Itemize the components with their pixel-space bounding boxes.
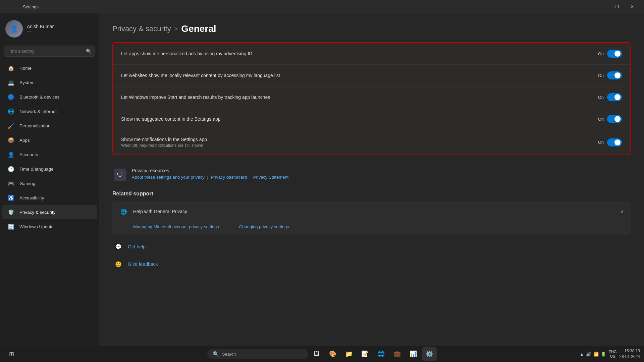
sidebar-item-system[interactable]: 💻 System [2,75,97,89]
privacy-link-3[interactable]: Privacy Statement [253,175,289,180]
give-feedback-row: 😊 Give feedback [112,255,631,273]
update-icon: 🔄 [7,223,15,230]
taskbar-app-note[interactable]: 📝 [358,347,372,361]
chevron-up-icon: ∧ [621,209,624,214]
sidebar-item-bluetooth[interactable]: 🔵 Bluetooth & devices [2,90,97,104]
setting-toggle-websites[interactable] [607,71,622,79]
user-profile[interactable]: 👤 Anish Kumar ····· [0,13,99,43]
user-info: Anish Kumar ····· [27,24,54,34]
personalization-label: Personalization [19,123,50,128]
maximize-button[interactable]: ❐ [609,0,625,13]
breadcrumb-parent[interactable]: Privacy & security [112,24,171,33]
search-input[interactable] [4,46,95,57]
privacy-info: Privacy resources About these settings a… [132,168,288,180]
sidebar-item-apps[interactable]: 📦 Apps [2,133,97,147]
bluetooth-label: Bluetooth & devices [19,95,59,100]
language-area[interactable]: ENGUS [609,349,617,359]
network-label: Network & internet [19,109,57,114]
taskbar-app-word[interactable]: 💼 [390,347,405,361]
give-feedback-link[interactable]: Give feedback [128,261,158,267]
user-subtitle: ····· [27,29,54,34]
support-card: 🌐 Help with General Privacy ∧ Managing M… [112,201,631,235]
support-header-left: 🌐 Help with General Privacy [119,207,187,216]
setting-label-notifications: Show me notifications in the Settings ap… [121,137,598,142]
privacy-icon: 🛡️ [7,208,15,216]
close-button[interactable]: ✕ [625,0,640,13]
time-label: Time & language [19,167,54,172]
support-link-2[interactable]: Changing privacy settings [239,224,289,229]
sidebar-item-time[interactable]: 🕐 Time & language [2,162,97,176]
start-button[interactable]: ⊞ [4,347,19,361]
setting-row-suggested: Show me suggested content in the Setting… [113,108,630,130]
taskbar: ⊞ 🔍 Search 🖼 🎨 📁 📝 🌐 💼 📊 ⚙️ ▲ 🔊 📶 🔋 ENGU… [0,346,644,362]
setting-status-ads: On [598,51,604,56]
breadcrumb-separator: > [174,25,178,33]
taskbar-center: 🔍 Search 🖼 🎨 📁 📝 🌐 💼 📊 ⚙️ [207,347,437,361]
up-arrow-icon[interactable]: ▲ [580,352,584,357]
privacy-link-2[interactable]: Privacy dashboard [211,175,247,180]
sidebar-item-accessibility[interactable]: ♿ Accessibility [2,191,97,205]
setting-status-notifications: On [598,140,604,145]
nav-list: 🏠 Home 💻 System 🔵 Bluetooth & devices 🌐 … [0,61,99,234]
settings-card: Let apps show me personalized ads by usi… [112,42,631,155]
battery-icon[interactable]: 🔋 [601,352,606,357]
avatar: 👤 [5,20,23,38]
search-box[interactable]: 🔍 [4,46,95,57]
setting-label-suggested: Show me suggested content in the Setting… [121,116,598,122]
setting-info-notifications: Show me notifications in the Settings ap… [121,137,598,148]
time-display: 15:38:13 [620,348,640,354]
support-link-1[interactable]: Managing Microsoft account privacy setti… [133,224,219,229]
gaming-icon: 🎮 [7,180,15,187]
update-label: Windows Update [19,224,54,229]
support-links: Managing Microsoft account privacy setti… [112,222,631,235]
taskbar-search[interactable]: 🔍 Search [207,349,308,359]
sidebar-item-update[interactable]: 🔄 Windows Update [2,220,97,234]
setting-row-ads: Let apps show me personalized ads by usi… [113,43,630,65]
taskbar-app-excel[interactable]: 📊 [406,347,421,361]
taskbar-app-files[interactable]: 📁 [341,347,356,361]
bluetooth-icon: 🔵 [7,93,15,101]
system-label: System [19,80,35,85]
sidebar-item-accounts[interactable]: 👤 Accounts [2,147,97,162]
apps-label: Apps [19,138,30,143]
wifi-icon[interactable]: 📶 [593,352,599,357]
sidebar-item-home[interactable]: 🏠 Home [2,61,97,75]
system-icon: 💻 [7,79,15,86]
sidebar-item-privacy[interactable]: 🛡️ Privacy & security [2,205,97,219]
taskbar-app-photos[interactable]: 🖼 [309,347,324,361]
minimize-button[interactable]: ─ [594,0,609,13]
setting-row-notifications: Show me notifications in the Settings ap… [113,130,630,155]
accessibility-label: Accessibility [19,195,44,200]
setting-toggle-suggested[interactable] [607,115,622,123]
taskbar-app-edge[interactable]: 🌐 [374,347,388,361]
get-help-row: 💬 Get help [112,238,631,255]
setting-info-tracking: Let Windows improve Start and search res… [121,95,598,100]
setting-label-tracking: Let Windows improve Start and search res… [121,95,598,100]
get-help-link[interactable]: Get help [128,244,146,249]
accessibility-icon: ♿ [7,194,15,201]
sidebar-item-network[interactable]: 🌐 Network & internet [2,104,97,118]
app-container: 👤 Anish Kumar ····· 🔍 🏠 Home 💻 System 🔵 … [0,13,644,346]
sidebar-item-gaming[interactable]: 🎮 Gaming [2,176,97,190]
taskbar-app-settings[interactable]: ⚙️ [422,347,437,361]
setting-label-ads: Let apps show me personalized ads by usi… [121,51,598,56]
setting-toggle-tracking[interactable] [607,93,622,101]
setting-info-suggested: Show me suggested content in the Setting… [121,116,598,122]
privacy-link-1[interactable]: About these settings and your privacy [132,175,205,180]
setting-sublabel-notifications: When off, required notifications are sti… [121,143,598,148]
main-content: Privacy & security > General Let apps sh… [99,13,644,346]
support-header[interactable]: 🌐 Help with General Privacy ∧ [112,201,631,222]
support-label: Help with General Privacy [133,209,187,214]
privacy-resources: 🛡 Privacy resources About these settings… [112,162,631,187]
setting-status-tracking: On [598,95,604,100]
get-help-icon: 💬 [114,242,123,251]
gaming-label: Gaming [19,181,35,186]
taskbar-app-color[interactable]: 🎨 [325,347,340,361]
sys-icons: ▲ 🔊 📶 🔋 [580,352,606,357]
volume-icon[interactable]: 🔊 [586,352,591,357]
setting-toggle-notifications[interactable] [607,138,622,146]
sidebar-item-personalization[interactable]: 🖌️ Personalization [2,119,97,133]
setting-toggle-ads[interactable] [607,50,622,58]
back-button[interactable]: ← [4,0,19,13]
support-globe-icon: 🌐 [119,207,128,216]
